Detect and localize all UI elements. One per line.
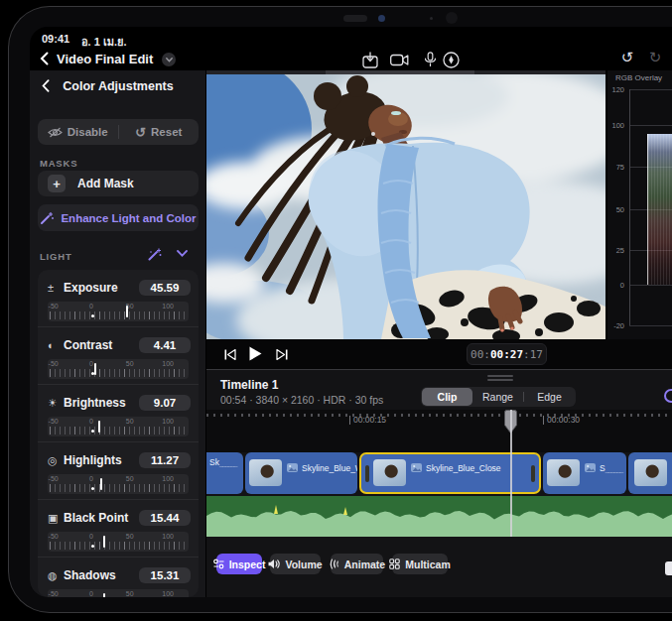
slider-indicator[interactable] (103, 536, 105, 548)
skip-back-icon[interactable] (222, 347, 238, 361)
disable-button[interactable]: Disable (38, 119, 118, 145)
timeline-drag-handle[interactable] (487, 375, 513, 382)
slider-ruler[interactable]: -50050100 (48, 589, 189, 597)
mode-range[interactable]: Range (472, 388, 523, 406)
audio-track[interactable] (206, 496, 672, 537)
timeline-info: 00:54 · 3840 × 2160 · HDR · 30 fps (220, 394, 383, 406)
inspect-button[interactable]: Inspect (216, 554, 262, 574)
back-chevron-icon[interactable] (40, 52, 49, 65)
slider-value[interactable]: 11.27 (139, 452, 191, 468)
light-section-label: LIGHT (40, 251, 72, 262)
multicam-label: Multicam (405, 559, 451, 570)
project-dropdown-chevron-icon[interactable] (162, 53, 176, 66)
trim-handle-right[interactable] (531, 465, 535, 482)
redo-icon[interactable]: ↻ (645, 49, 665, 66)
partial-icon-right-edge[interactable] (665, 561, 672, 575)
scope-axis-label: 75 (607, 163, 624, 172)
slider-indicator[interactable] (98, 421, 100, 433)
status-bar: 09:41 อ. 1 เม.ย. (30, 27, 672, 49)
overlay-icon-partial[interactable] (664, 389, 672, 403)
microphone-icon[interactable] (420, 50, 440, 69)
inspect-icon (213, 559, 224, 569)
slider-value[interactable]: 9.07 (139, 395, 191, 411)
reset-button[interactable]: ↺ Reset (119, 119, 200, 145)
slider-value[interactable]: 15.44 (139, 510, 191, 526)
animate-button[interactable]: Animate (331, 554, 383, 574)
skip-forward-icon[interactable] (274, 347, 290, 361)
slider-indicator[interactable] (103, 593, 105, 597)
slider-zero-dot (91, 430, 94, 433)
add-mask-button[interactable]: + Add Mask (38, 171, 199, 196)
slider-brightness: ☀ Brightness 9.07 -50050100 (38, 385, 199, 442)
timeline-title: Timeline 1 (220, 378, 278, 392)
clip-thumbnail (373, 459, 406, 486)
timeline-panel: Timeline 1 00:54 · 3840 × 2160 · HDR · 3… (206, 369, 672, 597)
disable-label: Disable (67, 126, 108, 138)
inspect-label: Inspect (229, 559, 266, 570)
mode-edge[interactable]: Edge (524, 388, 575, 406)
scope-gridline (629, 285, 672, 286)
slider-indicator[interactable] (100, 478, 102, 490)
playhead[interactable] (510, 410, 512, 537)
slider-indicator[interactable] (126, 306, 128, 317)
slider-ruler[interactable]: -50050100 (48, 302, 189, 321)
slider-header: ☀ Brightness 9.07 (48, 393, 191, 413)
pencil-tools-icon[interactable] (441, 50, 461, 69)
clip-skyline-partial-left[interactable]: Sk (206, 452, 243, 494)
slider-ruler[interactable]: -50050100 (48, 474, 189, 494)
clip-skyline-blue-close[interactable]: Skyline_Blue_Close (359, 452, 541, 494)
light-collapse-chevron-icon[interactable] (177, 250, 188, 257)
volume-label: Volume (285, 559, 322, 570)
timeline-ruler[interactable]: 00:00:15 00:00:30 (206, 410, 672, 452)
device-frame: 09:41 อ. 1 เม.ย. Video Final Edit (8, 6, 672, 613)
slider-name: Exposure (64, 281, 118, 295)
scope-axis-label: -20 (607, 321, 624, 330)
multicam-button[interactable]: Multicam (392, 554, 448, 574)
mode-clip[interactable]: Clip (422, 388, 472, 406)
project-title[interactable]: Video Final Edit (57, 52, 153, 66)
clip-partial-right[interactable] (628, 452, 672, 494)
volume-button[interactable]: Volume (270, 554, 321, 574)
clip-skyline-partial-s[interactable]: S (543, 452, 626, 494)
scope-axis-label: 50 (607, 205, 624, 214)
slider-shadows: ◍ Shadows 15.31 -50050100 (38, 558, 199, 597)
panel-title: Color Adjustments (30, 79, 206, 93)
transport-bar: 00:00:27:17 (206, 339, 672, 369)
animate-ripple-icon (329, 559, 339, 569)
slider-black-point: ▣ Black Point 15.44 -50050100 (38, 500, 199, 558)
play-button-icon[interactable] (247, 346, 263, 360)
light-wand-icon[interactable] (147, 247, 162, 262)
bezel-camera-ring (446, 12, 458, 24)
scope-plot-border (629, 89, 630, 325)
video-camera-icon[interactable] (389, 50, 409, 69)
app-toolbar: Video Final Edit ↺ ↻ (30, 49, 672, 70)
eye-slash-icon (48, 127, 63, 138)
trim-handle-left[interactable] (365, 465, 369, 482)
slider-value[interactable]: 4.41 (139, 337, 191, 353)
slider-value[interactable]: 45.59 (139, 280, 191, 296)
front-camera-icon (378, 15, 385, 22)
clip-skyline-blue-wide[interactable]: Skyline_Blue_Wide (245, 452, 357, 494)
magic-wand-icon (40, 211, 54, 225)
audio-waveform (206, 496, 672, 537)
import-icon[interactable] (360, 50, 380, 69)
ruler-ticks (206, 414, 672, 417)
bottom-toolbar: Inspect Volume Animate (206, 554, 672, 574)
reset-icon: ↺ (135, 125, 146, 140)
enhance-light-color-button[interactable]: Enhance Light and Color (38, 204, 199, 231)
slider-name: Brightness (64, 396, 126, 410)
multicam-grid-icon (389, 559, 400, 569)
slider-header: ▣ Black Point 15.44 (48, 508, 191, 528)
timecode-display[interactable]: 00:00:27:17 (467, 343, 547, 365)
ruler-mark-15s: 00:00:15 (349, 416, 386, 425)
bezel-dot (430, 17, 433, 20)
undo-icon[interactable]: ↺ (617, 49, 637, 66)
scope-gridline (629, 89, 672, 90)
timecode-main: 00:27 (490, 348, 523, 361)
slider-name: Highlights (64, 453, 122, 467)
slider-ruler[interactable]: -50050100 (48, 417, 189, 436)
slider-ruler[interactable]: -50050100 (48, 532, 189, 552)
light-sliders: ± Exposure 45.59 -50050100 ◐ Contrast 4.… (38, 270, 199, 597)
slider-ruler[interactable]: -50050100 (48, 359, 189, 379)
slider-value[interactable]: 15.31 (139, 567, 191, 583)
